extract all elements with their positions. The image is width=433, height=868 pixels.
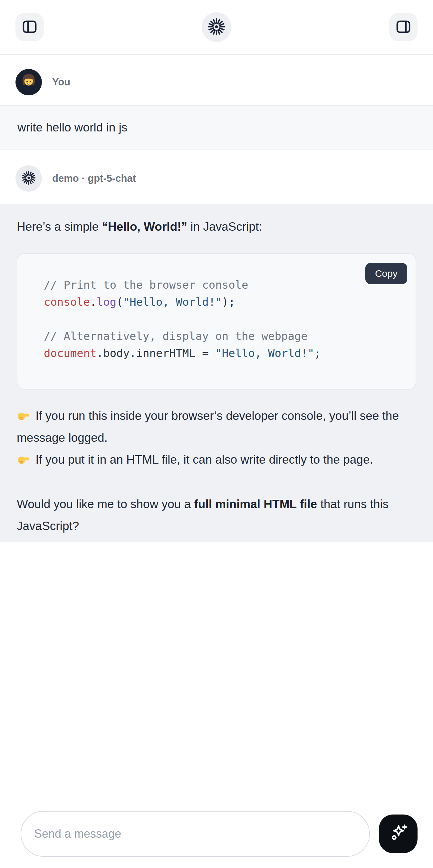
question-prefix: Would you like me to show you a (17, 497, 194, 511)
panel-right-icon (395, 19, 412, 36)
assistant-question-paragraph: Would you like me to show you a full min… (17, 493, 416, 537)
user-message-header: You (0, 55, 433, 105)
starburst-icon (207, 17, 226, 37)
send-button[interactable] (379, 814, 417, 853)
sparkle-icon (388, 823, 409, 845)
intro-prefix: Here’s a simple (17, 220, 102, 233)
assistant-author-label: demo · gpt-5-chat (52, 173, 136, 184)
code-content: // Print to the browser consoleconsole.l… (44, 276, 403, 362)
point-right-emoji (17, 407, 30, 421)
tip-line: If you run this inside your browser’s de… (17, 405, 416, 449)
top-bar (0, 0, 433, 55)
code-line (44, 311, 403, 328)
code-line: // Alternatively, display on the webpage (44, 328, 403, 345)
code-block: Copy // Print to the browser consolecons… (17, 253, 416, 390)
assistant-tips-paragraph: If you run this inside your browser’s de… (17, 405, 416, 471)
assistant-avatar (16, 165, 42, 192)
user-avatar (16, 69, 42, 95)
user-author-label: You (52, 76, 70, 88)
user-message-bubble: write hello world in js (0, 105, 433, 150)
intro-bold: “Hello, World!” (102, 220, 187, 233)
tip-text: If you run this inside your browser’s de… (17, 409, 399, 444)
person-emoji-icon (19, 71, 39, 93)
question-bold: full minimal HTML file (194, 497, 317, 511)
message-input[interactable] (21, 811, 370, 857)
user-message-text: write hello world in js (18, 121, 127, 134)
assistant-intro-paragraph: Here’s a simple “Hello, World!” in JavaS… (17, 216, 416, 238)
point-right-emoji (17, 451, 30, 465)
code-line: console.log("Hello, World!"); (44, 293, 403, 311)
intro-suffix: in JavaScript: (187, 220, 262, 233)
starburst-icon (21, 170, 36, 187)
tip-line: If you put it in an HTML file, it can al… (17, 449, 416, 471)
sidebar-toggle-button[interactable] (16, 13, 44, 41)
assistant-message-header: demo · gpt-5-chat (0, 150, 433, 204)
right-panel-toggle-button[interactable] (389, 13, 417, 41)
empty-scroll-area (0, 541, 433, 799)
assistant-message-body: Here’s a simple “Hello, World!” in JavaS… (0, 204, 433, 541)
code-line: document.body.innerHTML = "Hello, World!… (44, 345, 403, 362)
model-badge-button[interactable] (202, 12, 231, 42)
copy-code-button[interactable]: Copy (365, 263, 407, 284)
rays (207, 17, 226, 36)
composer-bar (0, 799, 433, 868)
panel-left-icon (21, 19, 38, 36)
tip-text: If you put it in an HTML file, it can al… (32, 453, 373, 466)
code-line: // Print to the browser console (44, 276, 403, 293)
